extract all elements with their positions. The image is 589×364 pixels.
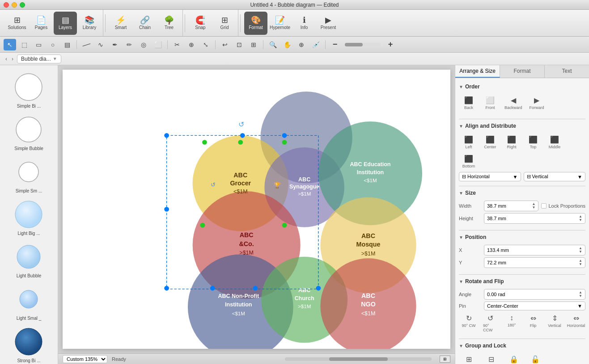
back-button[interactable]: ⬛ Back xyxy=(459,94,479,112)
transform-tool[interactable]: ⤡ xyxy=(199,39,212,50)
zoom-slider[interactable] xyxy=(345,43,381,46)
connect-tool[interactable]: ⊕ xyxy=(185,39,198,50)
handle-tr[interactable] xyxy=(282,133,287,138)
zoom-select[interactable]: Custom 135% xyxy=(63,355,107,363)
width-down[interactable]: ▼ xyxy=(532,206,536,209)
pen-tool[interactable]: ✒ xyxy=(109,39,121,50)
width-input[interactable]: 38.7 mm ▲ ▼ xyxy=(484,201,538,211)
maximize-button[interactable] xyxy=(20,2,25,8)
align-right-button[interactable]: ⬛ Right xyxy=(502,134,521,151)
section-header-align[interactable]: ▼ Align and Distribute xyxy=(459,121,585,131)
minimize-button[interactable] xyxy=(12,2,17,8)
section-header-position[interactable]: ▼ Position xyxy=(459,232,585,242)
sidebar-item-light-bubble[interactable]: Light Bubble xyxy=(0,238,58,281)
breadcrumb-item[interactable]: Bubble dia... ▼ xyxy=(17,54,61,63)
close-button[interactable] xyxy=(4,2,9,8)
sidebar-item-light-small[interactable]: Light Smal _ xyxy=(0,281,58,323)
height-input[interactable]: 38.7 mm ▲ ▼ xyxy=(484,213,585,224)
align-bottom-button[interactable]: ⬛ Bottom xyxy=(459,153,479,170)
format-button[interactable]: 🎨 Format xyxy=(244,12,267,35)
info-button[interactable]: ℹ Info xyxy=(292,12,316,35)
section-header-size[interactable]: ▼ Size xyxy=(459,188,585,198)
horizontal-select[interactable]: ⊟ Horizontal ▼ xyxy=(459,172,521,181)
solutions-button[interactable]: ⊞ Solutions xyxy=(5,12,29,35)
handle-g2[interactable] xyxy=(238,140,243,145)
handle-g5[interactable] xyxy=(282,223,287,228)
x-down[interactable]: ▼ xyxy=(579,250,582,254)
rotation-handle[interactable]: ↺ xyxy=(238,120,244,128)
section-header-order[interactable]: ▼ Order xyxy=(459,82,585,92)
y-stepper[interactable]: ▲ ▼ xyxy=(579,259,582,266)
tab-format[interactable]: Format xyxy=(500,65,545,78)
rotate-ccw-button[interactable]: ↺ 90° CCW xyxy=(480,312,500,334)
handle-bm[interactable] xyxy=(210,286,215,291)
backward-button[interactable]: ◀ Backward xyxy=(502,94,525,112)
select-tool[interactable]: ↖ xyxy=(4,39,16,50)
handle-tm[interactable] xyxy=(240,133,245,138)
ungroup-button[interactable]: ⊟ UnGroup xyxy=(480,353,502,364)
scrollbar-thumb[interactable] xyxy=(329,357,388,361)
group-edit-tool[interactable]: ⊞ xyxy=(247,39,260,50)
handle-g3[interactable] xyxy=(282,140,287,145)
flip-vertical-button[interactable]: ⇕ Vertical xyxy=(545,312,564,334)
handle-br[interactable] xyxy=(316,286,321,291)
handle-g4[interactable] xyxy=(200,223,205,228)
handle-bm2[interactable] xyxy=(253,286,258,291)
handle-ml[interactable] xyxy=(164,207,169,212)
anchor-tool[interactable]: ◎ xyxy=(137,39,150,50)
vertical-select[interactable]: ⊟ Vertical ▼ xyxy=(524,172,586,181)
pages-button[interactable]: 📄 Pages xyxy=(30,12,53,35)
sidebar-item-strong-big[interactable]: Strong Bi ... xyxy=(0,323,58,364)
tree-button[interactable]: 🌳 Tree xyxy=(157,12,181,35)
undo-tool[interactable]: ↩ xyxy=(219,39,231,50)
zoom-in-tool[interactable]: + xyxy=(384,39,397,50)
angle-down[interactable]: ▼ xyxy=(579,294,582,298)
group-button[interactable]: ⊞ Group xyxy=(459,353,479,364)
table-tool[interactable]: ▤ xyxy=(61,39,73,50)
x-input[interactable]: 133.4 mm ▲ ▼ xyxy=(484,245,585,255)
width-stepper[interactable]: ▲ ▼ xyxy=(532,202,536,209)
forward-button[interactable]: ▶ Forward xyxy=(527,94,547,112)
tab-text[interactable]: Text xyxy=(545,65,589,78)
pin-select[interactable]: Center-Center ▼ xyxy=(484,301,585,310)
chain-button[interactable]: 🔗 Chain xyxy=(133,12,157,35)
handle-g1[interactable] xyxy=(202,140,207,145)
snap-button[interactable]: 🧲 Snap xyxy=(189,12,212,35)
align-center-button[interactable]: ⬛ Center xyxy=(480,134,500,151)
align-middle-button[interactable]: ⬛ Middle xyxy=(545,134,564,151)
cut-tool[interactable]: ✂ xyxy=(171,39,183,50)
flip-button[interactable]: ⇔ Flip xyxy=(523,312,543,334)
angle-stepper[interactable]: ▲ ▼ xyxy=(579,291,582,298)
tab-arrange-size[interactable]: Arrange & Size xyxy=(455,65,500,78)
grid-button[interactable]: ⊞ Grid xyxy=(213,12,236,35)
front-button[interactable]: ⬜ Front xyxy=(480,94,500,112)
horizontal-scrollbar[interactable] xyxy=(285,357,432,361)
height-stepper[interactable]: ▲ ▼ xyxy=(579,215,582,222)
search-tool[interactable]: 🔍 xyxy=(267,39,279,50)
unlock-button[interactable]: 🔓 UnLock xyxy=(525,353,545,364)
lock-checkbox[interactable] xyxy=(541,203,547,209)
lock-button[interactable]: 🔒 Lock xyxy=(504,353,524,364)
section-header-group[interactable]: ▼ Group and Lock xyxy=(459,341,585,351)
align-left-button[interactable]: ⬛ Left xyxy=(459,134,479,151)
align-top-button[interactable]: ⬛ Top xyxy=(523,134,543,151)
breadcrumb-back[interactable]: ‹ xyxy=(4,55,9,63)
height-down[interactable]: ▼ xyxy=(579,218,582,222)
curve-tool[interactable]: ∿ xyxy=(94,39,107,50)
pan-tool[interactable]: ✋ xyxy=(281,39,293,50)
sidebar-item-simple-big[interactable]: Simple Bi ... xyxy=(0,69,58,111)
breadcrumb-dropdown-icon[interactable]: ▼ xyxy=(53,56,57,61)
eyedrop-tool[interactable]: 💉 xyxy=(309,39,322,50)
angle-input[interactable]: 0.00 rad ▲ ▼ xyxy=(484,289,585,300)
container-tool[interactable]: ⬜ xyxy=(152,39,164,50)
handle-tl[interactable] xyxy=(164,133,169,138)
cursor2-tool[interactable]: ⊕ xyxy=(295,39,308,50)
resize-tool[interactable]: ⊡ xyxy=(233,39,246,50)
x-stepper[interactable]: ▲ ▼ xyxy=(579,247,582,254)
rotate-cw-button[interactable]: ↻ 90° CW xyxy=(459,312,479,334)
layers-button[interactable]: ▤ Layers xyxy=(54,12,77,35)
drawing-canvas[interactable]: ABC Grocer <$1M ABC Synagogue >$1M ABC E… xyxy=(63,70,450,349)
sidebar-item-light-big[interactable]: Light Big ... xyxy=(0,196,58,238)
section-header-rotate[interactable]: ▼ Rotate and Flip xyxy=(459,276,585,286)
zoom-out-tool[interactable]: − xyxy=(329,39,341,50)
